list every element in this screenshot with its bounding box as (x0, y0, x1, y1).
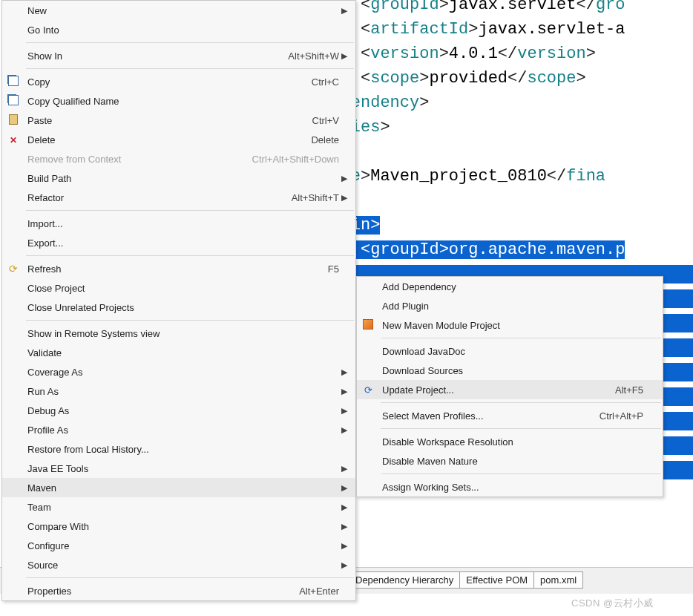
editor-tab-pom-xml[interactable]: pom.xml (533, 571, 583, 589)
context-menu-item-paste[interactable]: PasteCtrl+V (2, 111, 355, 130)
copy-icon (8, 76, 19, 88)
menu-item-shortcut: Alt+F5 (608, 384, 646, 396)
menu-item-shortcut: Alt+Shift+W (280, 50, 339, 62)
menu-item-label: Disable Maven Nature (379, 456, 646, 467)
menu-separator (381, 428, 661, 429)
menu-item-label: Restore from Local History... (24, 444, 339, 455)
context-menu-item-copy[interactable]: CopyCtrl+C (2, 72, 355, 91)
chevron-right-icon: ▶ (339, 193, 349, 203)
context-menu-item-export[interactable]: Export... (2, 233, 355, 252)
context-menu-item-build-path[interactable]: Build Path▶ (2, 168, 355, 188)
context-menu-item-source[interactable]: Source▶ (2, 555, 355, 574)
context-menu-item-copy-qualified-name[interactable]: Copy Qualified Name (2, 91, 355, 111)
menu-separator (381, 474, 661, 474)
context-menu-item-show-in[interactable]: Show InAlt+Shift+W▶ (2, 46, 355, 65)
context-menu-item-delete[interactable]: DeleteDelete (2, 130, 355, 149)
menu-item-label: Validate (24, 347, 339, 358)
context-menu-item-import[interactable]: Import... (2, 214, 355, 233)
maven-submenu-item-add-dependency[interactable]: Add Dependency (357, 277, 663, 296)
menu-item-label: Maven (24, 482, 339, 494)
chevron-right-icon: ▶ (339, 406, 349, 416)
context-menu-item-maven[interactable]: Maven▶ (2, 478, 355, 497)
menu-item-label: Run As (24, 386, 339, 397)
editor-tab-effective-pom[interactable]: Effective POM (459, 571, 534, 589)
context-menu-item-show-in-remote-systems[interactable]: Show in Remote Systems view (2, 324, 355, 343)
menu-item-label: Download JavaDoc (379, 346, 646, 357)
menu-item-label: Import... (24, 218, 339, 229)
maven-submenu-item-assign-working-sets[interactable]: Assign Working Sets... (357, 477, 663, 497)
maven-submenu-item-download-sources[interactable]: Download Sources (357, 361, 663, 380)
maven-submenu-item-disable-maven-nature[interactable]: Disable Maven Nature (357, 451, 663, 471)
menu-item-label: Compare With (24, 521, 339, 532)
context-menu-item-restore-from-local-history[interactable]: Restore from Local History... (2, 439, 355, 459)
maven-submenu-item-download-javadoc[interactable]: Download JavaDoc (357, 341, 663, 361)
menu-item-label: Show in Remote Systems view (24, 328, 339, 339)
menu-item-label: Copy (24, 76, 304, 88)
chevron-right-icon: ▶ (339, 51, 349, 61)
menu-item-shortcut: F5 (321, 263, 339, 275)
menu-item-shortcut: Alt+Shift+T (284, 192, 339, 203)
context-menu-item-refactor[interactable]: RefactorAlt+Shift+T▶ (2, 188, 355, 207)
menu-item-label: Go Into (24, 24, 339, 36)
chevron-right-icon: ▶ (339, 522, 349, 531)
menu-separator (26, 68, 354, 69)
context-menu-item-team[interactable]: Team▶ (2, 497, 355, 517)
maven-submenu-item-update-project[interactable]: Update Project...Alt+F5 (357, 380, 663, 399)
new-maven-module-project-icon (363, 319, 373, 332)
menu-item-label: Source (24, 560, 339, 571)
context-menu-item-profile-as[interactable]: Profile As▶ (2, 420, 355, 439)
maven-submenu-item-new-maven-module-project[interactable]: New Maven Module Project (357, 315, 663, 335)
chevron-right-icon: ▶ (339, 541, 349, 551)
context-menu-item-close-unrelated-projects[interactable]: Close Unrelated Projects (2, 298, 355, 317)
context-menu-item-close-project[interactable]: Close Project (2, 278, 355, 298)
chevron-right-icon: ▶ (339, 464, 349, 474)
context-menu-item-properties[interactable]: PropertiesAlt+Enter (2, 581, 355, 600)
context-menu: New▶Go IntoShow InAlt+Shift+W▶CopyCtrl+C… (1, 0, 356, 601)
menu-item-label: Close Unrelated Projects (24, 302, 339, 313)
menu-item-label: Export... (24, 237, 339, 249)
context-menu-item-java-ee-tools[interactable]: Java EE Tools▶ (2, 459, 355, 478)
editor-tabs: Dependency HierarchyEffective POMpom.xml (349, 571, 582, 589)
context-menu-item-configure[interactable]: Configure▶ (2, 536, 355, 555)
menu-item-shortcut: Ctrl+Alt+Shift+Down (245, 154, 339, 165)
context-menu-item-compare-with[interactable]: Compare With▶ (2, 517, 355, 536)
menu-separator (26, 255, 354, 256)
menu-item-shortcut: Delete (303, 134, 339, 145)
update-project-icon (364, 384, 372, 396)
menu-item-shortcut: Ctrl+Alt+P (592, 410, 646, 422)
refresh-icon (9, 263, 18, 275)
context-menu-item-debug-as[interactable]: Debug As▶ (2, 401, 355, 420)
context-menu-item-go-into[interactable]: Go Into (2, 20, 355, 39)
menu-item-shortcut: Ctrl+V (305, 115, 339, 126)
editor-tab-dependency-hierarchy[interactable]: Dependency Hierarchy (349, 571, 460, 589)
menu-separator (381, 402, 661, 403)
menu-item-label: New (24, 5, 339, 16)
menu-item-label: Java EE Tools (24, 463, 339, 474)
menu-item-label: Select Maven Profiles... (379, 410, 592, 422)
maven-submenu-item-disable-workspace-resolution[interactable]: Disable Workspace Resolution (357, 432, 663, 451)
chevron-right-icon: ▶ (339, 425, 349, 435)
context-menu-item-coverage-as[interactable]: Coverage As▶ (2, 362, 355, 381)
maven-submenu-item-select-maven-profiles[interactable]: Select Maven Profiles...Ctrl+Alt+P (357, 406, 663, 425)
chevron-right-icon: ▶ (339, 6, 349, 16)
menu-item-label: Show In (24, 50, 280, 62)
menu-item-label: Configure (24, 540, 339, 551)
menu-item-label: Properties (24, 586, 292, 597)
delete-icon (10, 134, 17, 145)
context-menu-item-validate[interactable]: Validate (2, 343, 355, 362)
chevron-right-icon: ▶ (339, 387, 349, 396)
maven-submenu: Add DependencyAdd PluginNew Maven Module… (356, 276, 663, 497)
menu-item-label: Coverage As (24, 367, 339, 378)
context-menu-item-new[interactable]: New▶ (2, 1, 355, 20)
menu-item-label: Refactor (24, 192, 284, 203)
watermark: CSDN @云村小威 (571, 597, 654, 610)
context-menu-item-run-as[interactable]: Run As▶ (2, 381, 355, 401)
chevron-right-icon: ▶ (339, 367, 349, 377)
menu-item-label: Copy Qualified Name (24, 96, 339, 107)
menu-separator (26, 42, 354, 43)
context-menu-item-refresh[interactable]: RefreshF5 (2, 259, 355, 278)
copy-qualified-name-icon (8, 95, 19, 108)
menu-item-label: Delete (24, 134, 303, 145)
maven-submenu-item-add-plugin[interactable]: Add Plugin (357, 296, 663, 315)
chevron-right-icon: ▶ (339, 483, 349, 493)
